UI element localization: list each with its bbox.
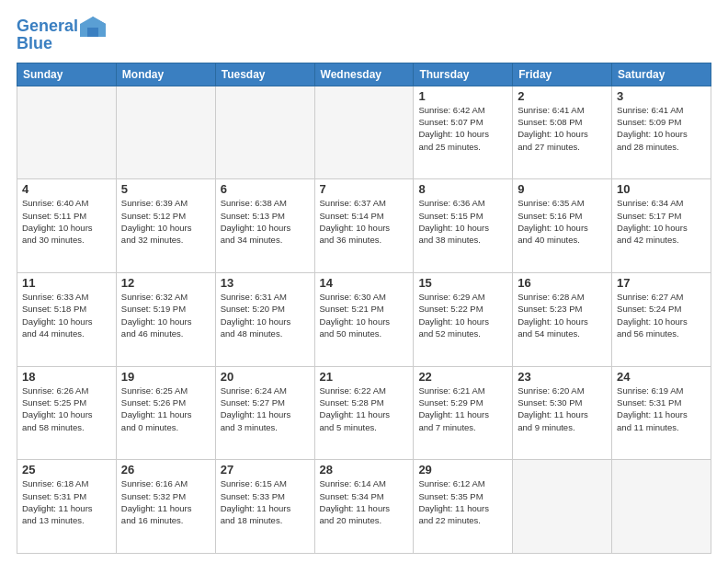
calendar-cell: 25Sunrise: 6:18 AMSunset: 5:31 PMDayligh… <box>17 460 117 554</box>
day-number: 6 <box>221 182 310 196</box>
day-info: Sunrise: 6:41 AMSunset: 5:09 PMDaylight:… <box>617 104 706 153</box>
day-info: Sunrise: 6:22 AMSunset: 5:28 PMDaylight:… <box>320 385 409 433</box>
day-info: Sunrise: 6:29 AMSunset: 5:22 PMDaylight:… <box>418 291 507 339</box>
calendar-cell: 2Sunrise: 6:41 AMSunset: 5:08 PMDaylight… <box>513 86 612 179</box>
calendar-cell: 1Sunrise: 6:42 AMSunset: 5:07 PMDaylight… <box>414 86 513 179</box>
day-info: Sunrise: 6:14 AMSunset: 5:34 PMDaylight:… <box>320 477 409 526</box>
day-info: Sunrise: 6:20 AMSunset: 5:30 PMDaylight:… <box>518 385 607 433</box>
calendar-cell: 20Sunrise: 6:24 AMSunset: 5:27 PMDayligh… <box>215 366 314 460</box>
logo-text: General <box>17 17 78 36</box>
header: General Blue <box>17 17 711 53</box>
calendar-cell: 26Sunrise: 6:16 AMSunset: 5:32 PMDayligh… <box>116 460 215 554</box>
day-number: 9 <box>518 182 607 196</box>
calendar-cell: 28Sunrise: 6:14 AMSunset: 5:34 PMDayligh… <box>314 460 414 554</box>
calendar-cell: 8Sunrise: 6:36 AMSunset: 5:15 PMDaylight… <box>414 179 513 273</box>
day-info: Sunrise: 6:38 AMSunset: 5:13 PMDaylight:… <box>221 197 310 246</box>
day-number: 27 <box>221 463 310 477</box>
day-number: 13 <box>221 276 310 290</box>
calendar-cell: 17Sunrise: 6:27 AMSunset: 5:24 PMDayligh… <box>612 273 711 367</box>
calendar-cell: 4Sunrise: 6:40 AMSunset: 5:11 PMDaylight… <box>17 179 117 273</box>
calendar-header-row: SundayMondayTuesdayWednesdayThursdayFrid… <box>17 63 711 86</box>
calendar-table: SundayMondayTuesdayWednesdayThursdayFrid… <box>17 63 711 554</box>
page-container: General Blue SundayMondayTuesdayWednesda… <box>0 0 728 563</box>
day-number: 1 <box>418 89 507 103</box>
day-info: Sunrise: 6:24 AMSunset: 5:27 PMDaylight:… <box>221 385 310 433</box>
day-number: 23 <box>518 370 607 384</box>
day-info: Sunrise: 6:31 AMSunset: 5:20 PMDaylight:… <box>221 291 310 339</box>
day-info: Sunrise: 6:30 AMSunset: 5:21 PMDaylight:… <box>320 291 409 339</box>
day-number: 20 <box>221 370 310 384</box>
calendar-header-friday: Friday <box>513 63 612 86</box>
calendar-cell <box>17 86 117 179</box>
day-number: 12 <box>121 276 210 290</box>
calendar-cell <box>612 460 711 554</box>
day-number: 25 <box>22 463 111 477</box>
calendar-cell: 9Sunrise: 6:35 AMSunset: 5:16 PMDaylight… <box>513 179 612 273</box>
calendar-cell <box>513 460 612 554</box>
day-number: 24 <box>617 370 706 384</box>
logo-text-blue: Blue <box>17 35 52 53</box>
calendar-week-3: 11Sunrise: 6:33 AMSunset: 5:18 PMDayligh… <box>17 273 711 367</box>
day-info: Sunrise: 6:42 AMSunset: 5:07 PMDaylight:… <box>418 104 507 153</box>
day-info: Sunrise: 6:34 AMSunset: 5:17 PMDaylight:… <box>617 197 706 246</box>
day-info: Sunrise: 6:19 AMSunset: 5:31 PMDaylight:… <box>617 385 706 433</box>
day-number: 26 <box>121 463 210 477</box>
calendar-cell: 23Sunrise: 6:20 AMSunset: 5:30 PMDayligh… <box>513 366 612 460</box>
day-number: 21 <box>320 370 409 384</box>
calendar-cell: 7Sunrise: 6:37 AMSunset: 5:14 PMDaylight… <box>314 179 414 273</box>
day-number: 22 <box>418 370 507 384</box>
day-info: Sunrise: 6:27 AMSunset: 5:24 PMDaylight:… <box>617 291 706 339</box>
calendar-week-5: 25Sunrise: 6:18 AMSunset: 5:31 PMDayligh… <box>17 460 711 554</box>
calendar-cell: 11Sunrise: 6:33 AMSunset: 5:18 PMDayligh… <box>17 273 117 367</box>
day-number: 5 <box>121 182 210 196</box>
day-info: Sunrise: 6:33 AMSunset: 5:18 PMDaylight:… <box>22 291 111 339</box>
calendar-cell: 13Sunrise: 6:31 AMSunset: 5:20 PMDayligh… <box>215 273 314 367</box>
day-info: Sunrise: 6:16 AMSunset: 5:32 PMDaylight:… <box>121 477 210 526</box>
day-info: Sunrise: 6:37 AMSunset: 5:14 PMDaylight:… <box>320 197 409 246</box>
calendar-cell <box>215 86 314 179</box>
calendar-cell: 27Sunrise: 6:15 AMSunset: 5:33 PMDayligh… <box>215 460 314 554</box>
day-number: 11 <box>22 276 111 290</box>
calendar-cell: 16Sunrise: 6:28 AMSunset: 5:23 PMDayligh… <box>513 273 612 367</box>
day-number: 19 <box>121 370 210 384</box>
day-number: 16 <box>518 276 607 290</box>
day-number: 18 <box>22 370 111 384</box>
day-number: 4 <box>22 182 111 196</box>
calendar-cell <box>314 86 414 179</box>
day-info: Sunrise: 6:21 AMSunset: 5:29 PMDaylight:… <box>418 385 507 433</box>
day-number: 29 <box>418 463 507 477</box>
day-number: 3 <box>617 89 706 103</box>
calendar-cell: 19Sunrise: 6:25 AMSunset: 5:26 PMDayligh… <box>116 366 215 460</box>
day-number: 28 <box>320 463 409 477</box>
calendar-header-tuesday: Tuesday <box>215 63 314 86</box>
calendar-cell: 22Sunrise: 6:21 AMSunset: 5:29 PMDayligh… <box>414 366 513 460</box>
calendar-header-wednesday: Wednesday <box>314 63 414 86</box>
day-info: Sunrise: 6:12 AMSunset: 5:35 PMDaylight:… <box>418 477 507 526</box>
day-number: 8 <box>418 182 507 196</box>
calendar-cell: 10Sunrise: 6:34 AMSunset: 5:17 PMDayligh… <box>612 179 711 273</box>
logo-icon <box>80 17 106 37</box>
calendar-cell: 6Sunrise: 6:38 AMSunset: 5:13 PMDaylight… <box>215 179 314 273</box>
day-info: Sunrise: 6:15 AMSunset: 5:33 PMDaylight:… <box>221 477 310 526</box>
day-number: 14 <box>320 276 409 290</box>
calendar-cell: 12Sunrise: 6:32 AMSunset: 5:19 PMDayligh… <box>116 273 215 367</box>
day-info: Sunrise: 6:18 AMSunset: 5:31 PMDaylight:… <box>22 477 111 526</box>
calendar-header-saturday: Saturday <box>612 63 711 86</box>
calendar-header-sunday: Sunday <box>17 63 117 86</box>
day-number: 10 <box>617 182 706 196</box>
calendar-cell: 14Sunrise: 6:30 AMSunset: 5:21 PMDayligh… <box>314 273 414 367</box>
calendar-week-4: 18Sunrise: 6:26 AMSunset: 5:25 PMDayligh… <box>17 366 711 460</box>
day-info: Sunrise: 6:32 AMSunset: 5:19 PMDaylight:… <box>121 291 210 339</box>
day-info: Sunrise: 6:28 AMSunset: 5:23 PMDaylight:… <box>518 291 607 339</box>
calendar-header-thursday: Thursday <box>414 63 513 86</box>
day-info: Sunrise: 6:36 AMSunset: 5:15 PMDaylight:… <box>418 197 507 246</box>
calendar-cell: 29Sunrise: 6:12 AMSunset: 5:35 PMDayligh… <box>414 460 513 554</box>
calendar-cell: 5Sunrise: 6:39 AMSunset: 5:12 PMDaylight… <box>116 179 215 273</box>
logo: General Blue <box>17 17 109 53</box>
day-info: Sunrise: 6:41 AMSunset: 5:08 PMDaylight:… <box>518 104 607 153</box>
calendar-header-monday: Monday <box>116 63 215 86</box>
calendar-cell: 18Sunrise: 6:26 AMSunset: 5:25 PMDayligh… <box>17 366 117 460</box>
day-info: Sunrise: 6:35 AMSunset: 5:16 PMDaylight:… <box>518 197 607 246</box>
calendar-cell: 24Sunrise: 6:19 AMSunset: 5:31 PMDayligh… <box>612 366 711 460</box>
day-number: 2 <box>518 89 607 103</box>
